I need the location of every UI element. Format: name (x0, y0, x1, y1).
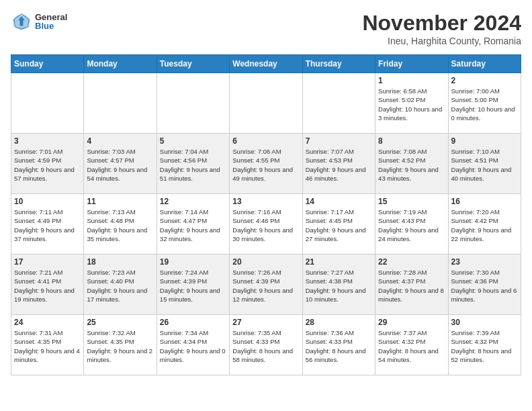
day-number: 9 (451, 136, 518, 146)
header-row: Sunday Monday Tuesday Wednesday Thursday… (11, 55, 521, 73)
day-info: Sunrise: 7:32 AM Sunset: 4:35 PM Dayligh… (87, 328, 153, 364)
day-info: Sunrise: 7:14 AM Sunset: 4:47 PM Dayligh… (160, 208, 226, 243)
header-saturday: Saturday (448, 55, 521, 73)
cell-1-6: 9Sunrise: 7:10 AM Sunset: 4:51 PM Daylig… (448, 134, 521, 194)
week-row-4: 24Sunrise: 7:31 AM Sunset: 4:35 PM Dayli… (11, 315, 521, 375)
day-info: Sunrise: 7:34 AM Sunset: 4:34 PM Dayligh… (160, 328, 226, 364)
day-info: Sunrise: 7:28 AM Sunset: 4:37 PM Dayligh… (378, 268, 445, 304)
day-info: Sunrise: 7:16 AM Sunset: 4:46 PM Dayligh… (232, 208, 299, 243)
day-number: 15 (378, 197, 445, 206)
calendar-header: Sunday Monday Tuesday Wednesday Thursday… (11, 55, 521, 73)
day-info: Sunrise: 7:13 AM Sunset: 4:48 PM Dayligh… (87, 208, 153, 243)
header-sunday: Sunday (11, 55, 84, 73)
location-subtitle: Ineu, Harghita County, Romania (362, 36, 521, 46)
cell-3-1: 18Sunrise: 7:23 AM Sunset: 4:40 PM Dayli… (84, 255, 157, 315)
cell-3-6: 23Sunrise: 7:30 AM Sunset: 4:36 PM Dayli… (448, 255, 521, 315)
calendar-body: 1Sunrise: 6:58 AM Sunset: 5:02 PM Daylig… (11, 73, 521, 375)
day-info: Sunrise: 7:17 AM Sunset: 4:45 PM Dayligh… (306, 208, 372, 243)
day-number: 23 (451, 257, 518, 267)
week-row-0: 1Sunrise: 6:58 AM Sunset: 5:02 PM Daylig… (11, 73, 521, 134)
day-info: Sunrise: 7:08 AM Sunset: 4:52 PM Dayligh… (378, 147, 445, 183)
day-info: Sunrise: 7:07 AM Sunset: 4:53 PM Dayligh… (306, 147, 372, 183)
header: General Blue November 2024 Ineu, Harghit… (11, 11, 521, 46)
day-number: 26 (160, 318, 226, 327)
day-info: Sunrise: 7:35 AM Sunset: 4:33 PM Dayligh… (232, 328, 299, 364)
day-number: 14 (306, 197, 372, 206)
month-title: November 2024 (362, 11, 521, 36)
calendar-table: Sunday Monday Tuesday Wednesday Thursday… (11, 54, 521, 375)
cell-1-4: 7Sunrise: 7:07 AM Sunset: 4:53 PM Daylig… (302, 134, 375, 194)
header-wednesday: Wednesday (230, 55, 302, 73)
cell-4-1: 25Sunrise: 7:32 AM Sunset: 4:35 PM Dayli… (84, 315, 157, 375)
day-number: 30 (451, 318, 518, 327)
cell-4-4: 28Sunrise: 7:36 AM Sunset: 4:33 PM Dayli… (302, 315, 375, 375)
day-info: Sunrise: 7:30 AM Sunset: 4:36 PM Dayligh… (451, 268, 518, 304)
day-number: 1 (378, 76, 445, 85)
day-info: Sunrise: 7:26 AM Sunset: 4:39 PM Dayligh… (232, 268, 299, 304)
day-info: Sunrise: 7:31 AM Sunset: 4:35 PM Dayligh… (14, 328, 81, 364)
cell-3-0: 17Sunrise: 7:21 AM Sunset: 4:41 PM Dayli… (11, 255, 84, 315)
day-info: Sunrise: 7:03 AM Sunset: 4:57 PM Dayligh… (87, 147, 153, 183)
cell-2-4: 14Sunrise: 7:17 AM Sunset: 4:45 PM Dayli… (302, 194, 375, 255)
logo: General Blue (11, 11, 67, 32)
cell-3-4: 21Sunrise: 7:27 AM Sunset: 4:38 PM Dayli… (302, 255, 375, 315)
day-number: 6 (232, 136, 299, 146)
day-number: 29 (378, 318, 445, 327)
day-number: 11 (87, 197, 153, 206)
cell-2-1: 11Sunrise: 7:13 AM Sunset: 4:48 PM Dayli… (84, 194, 157, 255)
header-tuesday: Tuesday (157, 55, 229, 73)
cell-3-2: 19Sunrise: 7:24 AM Sunset: 4:39 PM Dayli… (157, 255, 229, 315)
logo-blue-text: Blue (35, 21, 67, 30)
cell-4-2: 26Sunrise: 7:34 AM Sunset: 4:34 PM Dayli… (157, 315, 229, 375)
day-number: 25 (87, 318, 153, 327)
cell-0-3 (230, 73, 302, 134)
day-info: Sunrise: 6:58 AM Sunset: 5:02 PM Dayligh… (378, 87, 445, 122)
cell-3-5: 22Sunrise: 7:28 AM Sunset: 4:37 PM Dayli… (375, 255, 448, 315)
day-number: 16 (451, 197, 518, 206)
day-info: Sunrise: 7:00 AM Sunset: 5:00 PM Dayligh… (451, 87, 518, 122)
cell-2-6: 16Sunrise: 7:20 AM Sunset: 4:42 PM Dayli… (448, 194, 521, 255)
day-number: 27 (232, 318, 299, 327)
cell-4-5: 29Sunrise: 7:37 AM Sunset: 4:32 PM Dayli… (375, 315, 448, 375)
day-number: 5 (160, 136, 226, 146)
cell-1-1: 4Sunrise: 7:03 AM Sunset: 4:57 PM Daylig… (84, 134, 157, 194)
day-info: Sunrise: 7:19 AM Sunset: 4:43 PM Dayligh… (378, 208, 445, 243)
header-monday: Monday (84, 55, 157, 73)
header-friday: Friday (375, 55, 448, 73)
day-number: 19 (160, 257, 226, 267)
cell-3-3: 20Sunrise: 7:26 AM Sunset: 4:39 PM Dayli… (230, 255, 302, 315)
day-number: 2 (451, 76, 518, 85)
cell-1-0: 3Sunrise: 7:01 AM Sunset: 4:59 PM Daylig… (11, 134, 84, 194)
cell-1-3: 6Sunrise: 7:06 AM Sunset: 4:55 PM Daylig… (230, 134, 302, 194)
day-info: Sunrise: 7:06 AM Sunset: 4:55 PM Dayligh… (232, 147, 299, 183)
cell-2-0: 10Sunrise: 7:11 AM Sunset: 4:49 PM Dayli… (11, 194, 84, 255)
day-info: Sunrise: 7:04 AM Sunset: 4:56 PM Dayligh… (160, 147, 226, 183)
day-number: 24 (14, 318, 81, 327)
day-info: Sunrise: 7:10 AM Sunset: 4:51 PM Dayligh… (451, 147, 518, 183)
logo-icon (11, 11, 32, 32)
title-section: November 2024 Ineu, Harghita County, Rom… (362, 11, 521, 46)
day-info: Sunrise: 7:23 AM Sunset: 4:40 PM Dayligh… (87, 268, 153, 304)
day-number: 18 (87, 257, 153, 267)
cell-4-3: 27Sunrise: 7:35 AM Sunset: 4:33 PM Dayli… (230, 315, 302, 375)
cell-4-0: 24Sunrise: 7:31 AM Sunset: 4:35 PM Dayli… (11, 315, 84, 375)
day-info: Sunrise: 7:24 AM Sunset: 4:39 PM Dayligh… (160, 268, 226, 304)
day-info: Sunrise: 7:20 AM Sunset: 4:42 PM Dayligh… (451, 208, 518, 243)
day-info: Sunrise: 7:11 AM Sunset: 4:49 PM Dayligh… (14, 208, 81, 243)
day-number: 21 (306, 257, 372, 267)
day-number: 12 (160, 197, 226, 206)
logo-text: General Blue (35, 13, 67, 30)
day-number: 7 (306, 136, 372, 146)
day-info: Sunrise: 7:37 AM Sunset: 4:32 PM Dayligh… (378, 328, 445, 364)
cell-2-5: 15Sunrise: 7:19 AM Sunset: 4:43 PM Dayli… (375, 194, 448, 255)
week-row-2: 10Sunrise: 7:11 AM Sunset: 4:49 PM Dayli… (11, 194, 521, 255)
day-number: 22 (378, 257, 445, 267)
cell-0-4 (302, 73, 375, 134)
cell-1-5: 8Sunrise: 7:08 AM Sunset: 4:52 PM Daylig… (375, 134, 448, 194)
day-number: 13 (232, 197, 299, 206)
cell-2-3: 13Sunrise: 7:16 AM Sunset: 4:46 PM Dayli… (230, 194, 302, 255)
cell-0-2 (157, 73, 229, 134)
cell-0-6: 2Sunrise: 7:00 AM Sunset: 5:00 PM Daylig… (448, 73, 521, 134)
day-info: Sunrise: 7:39 AM Sunset: 4:32 PM Dayligh… (451, 328, 518, 364)
cell-0-5: 1Sunrise: 6:58 AM Sunset: 5:02 PM Daylig… (375, 73, 448, 134)
